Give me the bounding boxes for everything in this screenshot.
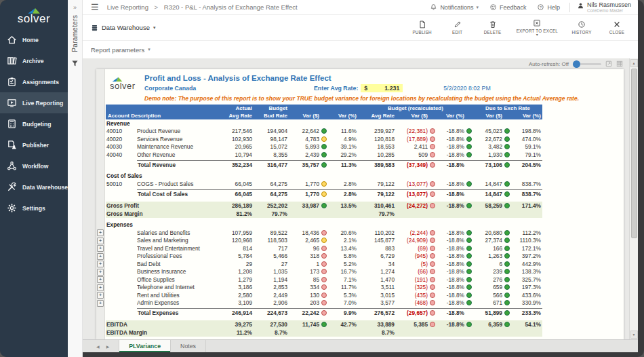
help-menu[interactable]: ? Help bbox=[537, 3, 560, 11]
report-viewport: Auto-refresh: Off ++++++++++ bbox=[83, 58, 638, 339]
sheet-tab-notes[interactable]: Notes bbox=[171, 340, 206, 352]
notifications-menu[interactable]: Notifications ▾ bbox=[430, 3, 479, 11]
slider-knob[interactable] bbox=[573, 60, 580, 68]
publish-button[interactable]: PUBLISH bbox=[411, 19, 434, 36]
report-content: solver Profit and Loss - Analysis of Exc… bbox=[106, 69, 624, 337]
expand-row-button[interactable]: + bbox=[97, 284, 104, 291]
vertical-scrollbar[interactable]: ▲ ▼ bbox=[629, 58, 638, 339]
green-indicator-icon bbox=[466, 144, 472, 149]
red-indicator-icon bbox=[430, 261, 435, 267]
sheet-tabs: PLVarianceNotes bbox=[119, 340, 206, 352]
table-cell: 509 bbox=[396, 151, 437, 158]
expand-row-button[interactable]: + bbox=[97, 245, 104, 252]
green-indicator-icon bbox=[504, 144, 510, 149]
scroll-up-arrow-icon[interactable]: ▲ bbox=[630, 59, 638, 67]
user-menu[interactable]: Nils Rasmussen CoreDemo Master bbox=[577, 1, 631, 14]
sidebar-item-archive[interactable]: Archive bbox=[0, 50, 68, 71]
parameters-panel-collapsed[interactable]: » Parameters bbox=[68, 0, 83, 357]
sheet-prev-arrow-icon[interactable]: ◀ bbox=[96, 344, 100, 349]
table-cell: 838.7% bbox=[511, 181, 542, 187]
scroll-down-arrow-icon[interactable]: ▼ bbox=[630, 331, 638, 339]
expand-row-button[interactable]: + bbox=[97, 238, 104, 244]
toolbar-button-label: DELETE bbox=[484, 30, 502, 35]
table-cell: 27,374 bbox=[473, 237, 511, 244]
table-cell: 15,072 bbox=[254, 143, 289, 150]
account-description: Other Revenue bbox=[137, 151, 218, 158]
table-cell: (24,909) bbox=[396, 237, 437, 244]
workflow-icon bbox=[7, 161, 17, 171]
expand-row-button[interactable]: + bbox=[97, 292, 104, 299]
sheet-next-arrow-icon[interactable]: ▶ bbox=[106, 344, 110, 349]
sidebar-item-assignments[interactable]: Assignments bbox=[0, 71, 68, 92]
table-cell: 79,122 bbox=[358, 181, 396, 187]
open-in-new-window-icon[interactable] bbox=[605, 60, 612, 67]
auto-refresh-slider[interactable] bbox=[573, 63, 601, 65]
scrollbar-thumb[interactable] bbox=[631, 69, 637, 238]
sidebar-item-data-warehouse[interactable]: Data Warehouse bbox=[0, 176, 68, 198]
sidebar-item-settings[interactable]: Settings bbox=[0, 198, 68, 219]
sidebar-item-publisher[interactable]: Publisher bbox=[0, 134, 68, 155]
table-cell: -18.8% bbox=[437, 229, 473, 236]
main-area: ☰ Live Reporting > R320 - P&L - Analysis… bbox=[83, 0, 638, 352]
sidebar-item-budgeting[interactable]: Budgeting bbox=[0, 113, 68, 134]
account-description: COGS - Product Sales bbox=[137, 181, 218, 187]
sidebar-item-live-reporting[interactable]: Live Reporting bbox=[0, 92, 68, 113]
grid-view-icon[interactable] bbox=[616, 60, 623, 67]
table-row: Total Cost of Sales66,04564,2751,7702.8%… bbox=[106, 189, 542, 198]
svg-text:?: ? bbox=[540, 5, 542, 10]
expand-panel-chevron-icon[interactable]: » bbox=[73, 4, 77, 11]
table-cell: 79,122 bbox=[358, 189, 396, 198]
table-row: Admin Expenses3,1092,9062037.0%3,577(468… bbox=[106, 299, 542, 307]
red-indicator-icon bbox=[321, 246, 327, 251]
export-to-excel-button[interactable]: EXPORT TO EXCEL▾ bbox=[517, 19, 558, 36]
table-cell: 3,511 bbox=[358, 284, 396, 290]
expand-row-button[interactable]: + bbox=[97, 261, 104, 267]
table-cell: 310,461 bbox=[358, 202, 396, 209]
breadcrumb-section[interactable]: Live Reporting bbox=[107, 3, 148, 11]
sidebar-item-label: Budgeting bbox=[22, 121, 51, 128]
table-row: 40040Other Revenue10,7948,3552,43929.2%1… bbox=[106, 151, 542, 159]
edit-button[interactable]: EDIT bbox=[446, 19, 469, 36]
table-row: Cost of Sales bbox=[106, 172, 542, 181]
expand-row-button[interactable]: + bbox=[97, 253, 104, 260]
table-cell: 51,899 bbox=[473, 308, 511, 317]
sidebar-item-label: Workflow bbox=[22, 163, 49, 170]
table-cell: 13.5% bbox=[328, 202, 358, 209]
account-description: Bad Debt bbox=[137, 261, 218, 267]
table-cell: 1,194 bbox=[254, 276, 289, 283]
expand-row-button[interactable]: + bbox=[97, 276, 104, 283]
expand-row-button[interactable]: + bbox=[97, 269, 104, 276]
red-indicator-icon bbox=[321, 253, 327, 259]
close-button[interactable]: CLOSE bbox=[605, 19, 628, 36]
filter-icon bbox=[71, 58, 79, 70]
avg-rate-input[interactable]: $ 1.231 bbox=[361, 84, 403, 92]
report-parameters-toggle[interactable]: Report parameters ▾ bbox=[91, 46, 150, 54]
report-header: solver Profit and Loss - Analysis of Exc… bbox=[106, 74, 624, 102]
red-indicator-icon bbox=[430, 322, 435, 327]
expand-row-button[interactable]: + bbox=[97, 300, 104, 307]
table-cell: -18.8% bbox=[437, 261, 473, 267]
table-cell: 4.9% bbox=[328, 136, 358, 143]
auto-refresh-label: Auto-refresh: Off bbox=[529, 61, 569, 67]
table-cell: -18.8% bbox=[437, 189, 473, 198]
table-cell: 79.1% bbox=[511, 151, 542, 158]
report-timestamp: 5/2/2020 8:02 PM bbox=[443, 85, 490, 92]
table-row: Office Supplies1,2791,194857.1%1,470(191… bbox=[106, 276, 542, 284]
table-cell: 112.2% bbox=[511, 229, 542, 236]
solver-logo-text: solver bbox=[0, 14, 68, 24]
hamburger-menu-icon[interactable]: ☰ bbox=[91, 3, 99, 12]
table-cell: 316,477 bbox=[254, 160, 289, 169]
feedback-menu[interactable]: Feedback bbox=[489, 3, 527, 11]
expand-row-button[interactable]: + bbox=[97, 229, 104, 236]
table-cell: 120,968 bbox=[218, 237, 254, 244]
history-button[interactable]: HISTORY bbox=[570, 19, 593, 36]
delete-button[interactable]: DELETE bbox=[481, 19, 504, 36]
sidebar-item-home[interactable]: Home bbox=[0, 29, 68, 50]
table-cell: 29 bbox=[218, 261, 254, 267]
table-cell: 34 bbox=[358, 261, 396, 267]
data-source-selector[interactable]: Data Warehouse ▾ bbox=[91, 24, 155, 32]
table-cell: 5.3% bbox=[328, 292, 358, 299]
sheet-tab-plvariance[interactable]: PLVariance bbox=[119, 340, 171, 352]
sidebar-item-workflow[interactable]: Workflow bbox=[0, 155, 68, 176]
table-cell: 33,889 bbox=[358, 321, 396, 328]
